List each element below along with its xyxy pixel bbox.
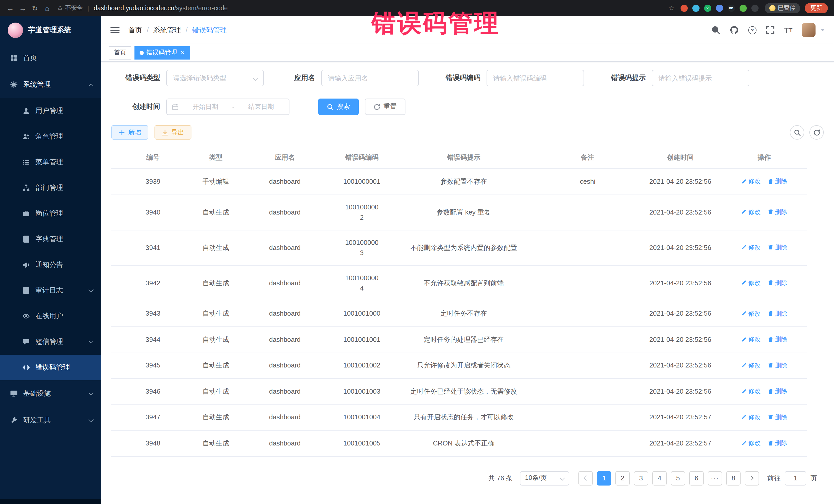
help-icon[interactable] [748, 26, 756, 34]
add-button[interactable]: 新增 [111, 125, 148, 139]
tab-close-icon[interactable]: × [181, 49, 184, 57]
sidebar-item-8[interactable]: 通知公告 [0, 252, 101, 278]
update-button[interactable]: 更新 [805, 3, 828, 13]
page-button[interactable]: 2 [615, 471, 630, 485]
edit-link[interactable]: 修改 [741, 412, 761, 422]
fullscreen-icon[interactable] [766, 25, 775, 35]
user-avatar[interactable] [802, 23, 815, 37]
sidebar-item-5[interactable]: 部门管理 [0, 175, 101, 201]
prev-page-button[interactable] [578, 471, 593, 485]
app-name-input[interactable] [321, 70, 419, 86]
goto-page-input[interactable] [785, 471, 806, 485]
sidebar-item-9[interactable]: 审计日志 [0, 278, 101, 303]
extension-icon[interactable] [716, 4, 723, 12]
page-button[interactable]: 4 [652, 471, 667, 485]
delete-link[interactable]: 删除 [768, 412, 787, 422]
edit-icon [741, 245, 747, 250]
home-icon[interactable]: ⌂ [41, 4, 53, 12]
logo[interactable]: 芋道管理系统 [0, 16, 101, 45]
page-button[interactable]: 3 [634, 471, 648, 485]
sidebar-item-0[interactable]: 首页 [0, 45, 101, 71]
bookmark-star-icon[interactable]: ☆ [668, 4, 674, 12]
sidebar-item-10[interactable]: 在线用户 [0, 303, 101, 329]
page-button[interactable]: ··· [708, 471, 722, 485]
delete-link[interactable]: 删除 [768, 360, 787, 370]
dept-icon [23, 184, 30, 192]
page-button[interactable]: 8 [726, 471, 741, 485]
edit-link[interactable]: 修改 [741, 278, 761, 288]
app-name-label: 应用名 [279, 73, 315, 83]
edit-label: 修改 [748, 438, 761, 448]
edit-link[interactable]: 修改 [741, 176, 761, 186]
breadcrumb-item-system[interactable]: 系统管理 [153, 25, 181, 35]
search-button[interactable]: 搜索 [318, 98, 359, 115]
delete-icon [768, 209, 773, 215]
sidebar-item-13[interactable]: 基础设施 [0, 380, 101, 407]
edit-link[interactable]: 修改 [741, 207, 761, 217]
delete-link[interactable]: 删除 [768, 278, 787, 288]
error-code-input[interactable] [486, 70, 584, 86]
breadcrumb-item-home[interactable]: 首页 [128, 25, 142, 35]
edit-link[interactable]: 修改 [741, 308, 761, 319]
delete-link[interactable]: 删除 [768, 386, 787, 396]
delete-link[interactable]: 删除 [768, 308, 787, 319]
page-button[interactable]: 6 [689, 471, 704, 485]
sidebar-item-6[interactable]: 岗位管理 [0, 201, 101, 226]
address-bar[interactable]: ⚠ 不安全 | dashboard.yudao.iocoder.cn/syste… [58, 4, 662, 12]
sidebar-item-4[interactable]: 菜单管理 [0, 149, 101, 175]
refresh-table-button[interactable] [809, 125, 824, 139]
sidebar-item-7[interactable]: 字典管理 [0, 226, 101, 252]
edit-link[interactable]: 修改 [741, 360, 761, 370]
cell-type: 自动生成 [195, 327, 237, 353]
edit-link[interactable]: 修改 [741, 334, 761, 344]
edit-link[interactable]: 修改 [741, 386, 761, 396]
chevron-down-icon[interactable] [821, 29, 825, 31]
error-type-select[interactable]: 请选择错误码类型 [166, 70, 264, 86]
forward-icon[interactable]: → [17, 4, 29, 12]
page-button[interactable]: 1 [597, 471, 611, 485]
chevron-down-icon [89, 390, 94, 395]
sidebar-item-1[interactable]: 系统管理 [0, 71, 101, 98]
paused-badge[interactable]: 已暂停 [765, 3, 800, 13]
delete-link[interactable]: 删除 [768, 438, 787, 448]
extension-icon[interactable] [751, 4, 758, 12]
date-range-picker[interactable]: 开始日期 - 结束日期 [166, 98, 289, 115]
reset-button[interactable]: 重置 [365, 98, 405, 115]
github-icon[interactable] [729, 25, 739, 35]
tab-home[interactable]: 首页 [109, 46, 131, 59]
sidebar-item-14[interactable]: 研发工具 [0, 407, 101, 434]
delete-link[interactable]: 删除 [768, 207, 787, 217]
delete-link[interactable]: 删除 [768, 334, 787, 344]
back-icon[interactable]: ← [4, 4, 17, 12]
sidebar-item-3[interactable]: 角色管理 [0, 124, 101, 149]
hamburger-icon[interactable] [110, 27, 119, 34]
sidebar-collapse-bar[interactable] [0, 499, 101, 504]
delete-link[interactable]: 删除 [768, 242, 787, 253]
cell-id: 3939 [111, 169, 195, 195]
cell-id: 3941 [111, 230, 195, 265]
export-button[interactable]: 导出 [154, 125, 192, 139]
font-size-icon[interactable] [784, 25, 792, 35]
edit-link[interactable]: 修改 [741, 438, 761, 448]
sidebar-item-11[interactable]: 短信管理 [0, 329, 101, 355]
sidebar-item-12[interactable]: 错误码管理 [0, 355, 101, 380]
sidebar-item-label: 研发工具 [23, 416, 51, 425]
tab-error-code[interactable]: 错误码管理 × [134, 46, 190, 59]
cell-operations: 修改删除 [722, 430, 807, 456]
show-search-toggle[interactable] [790, 125, 804, 139]
error-hint-input[interactable] [652, 70, 749, 86]
edit-link[interactable]: 修改 [741, 242, 761, 253]
extension-icon[interactable]: on [727, 4, 735, 12]
extension-icon[interactable]: V [704, 4, 711, 12]
delete-link[interactable]: 删除 [768, 176, 787, 186]
search-icon[interactable] [711, 25, 720, 35]
sidebar-item-2[interactable]: 用户管理 [0, 98, 101, 124]
extension-icon[interactable] [680, 4, 687, 12]
page-button[interactable]: 5 [671, 471, 685, 485]
extension-icon[interactable] [739, 4, 746, 12]
next-page-button[interactable] [745, 471, 759, 485]
page-size-select[interactable]: 10条/页 [520, 471, 569, 485]
extension-icon[interactable] [692, 4, 699, 12]
edit-icon [741, 414, 747, 420]
reload-icon[interactable]: ↻ [29, 4, 41, 12]
